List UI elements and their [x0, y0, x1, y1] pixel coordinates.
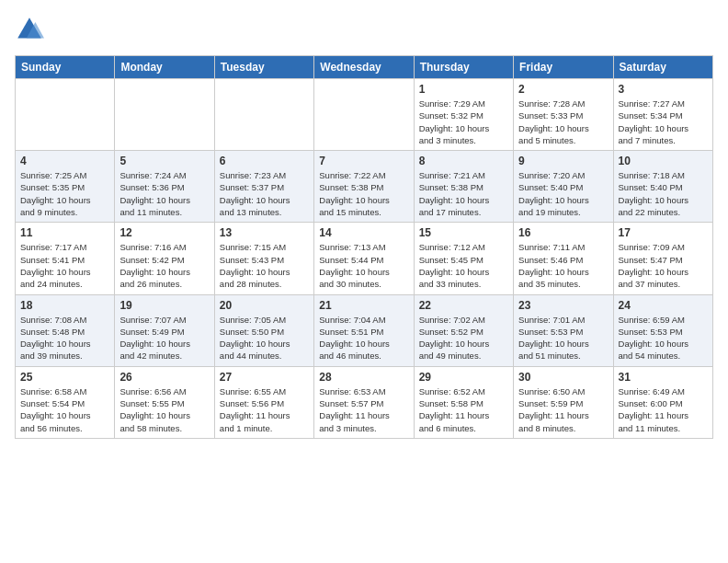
day-info: Sunrise: 7:22 AM Sunset: 5:38 PM Dayligh…: [319, 169, 408, 218]
day-number: 22: [419, 299, 508, 312]
calendar-cell: 12Sunrise: 7:16 AM Sunset: 5:42 PM Dayli…: [115, 223, 214, 294]
calendar-cell: 5Sunrise: 7:24 AM Sunset: 5:36 PM Daylig…: [115, 151, 214, 223]
calendar-cell: 20Sunrise: 7:05 AM Sunset: 5:50 PM Dayli…: [214, 294, 313, 366]
calendar-cell: 3Sunrise: 7:27 AM Sunset: 5:34 PM Daylig…: [613, 79, 712, 151]
calendar-week-row: 11Sunrise: 7:17 AM Sunset: 5:41 PM Dayli…: [16, 223, 713, 294]
day-number: 17: [619, 226, 708, 239]
weekday-header: Friday: [514, 56, 613, 79]
day-info: Sunrise: 7:16 AM Sunset: 5:42 PM Dayligh…: [119, 241, 209, 290]
day-info: Sunrise: 7:17 AM Sunset: 5:41 PM Dayligh…: [20, 241, 109, 290]
day-number: 14: [319, 226, 408, 239]
day-info: Sunrise: 6:55 AM Sunset: 5:56 PM Dayligh…: [220, 385, 309, 434]
calendar-cell: 4Sunrise: 7:25 AM Sunset: 5:35 PM Daylig…: [16, 151, 115, 223]
day-info: Sunrise: 6:56 AM Sunset: 5:55 PM Dayligh…: [119, 385, 209, 434]
weekday-header: Sunday: [16, 56, 115, 79]
calendar-cell: 14Sunrise: 7:13 AM Sunset: 5:44 PM Dayli…: [314, 223, 414, 294]
calendar-cell: 25Sunrise: 6:58 AM Sunset: 5:54 PM Dayli…: [16, 366, 115, 438]
day-number: 25: [20, 371, 109, 384]
day-number: 13: [220, 226, 309, 239]
day-number: 18: [20, 299, 109, 312]
day-number: 3: [619, 83, 708, 96]
day-info: Sunrise: 7:23 AM Sunset: 5:37 PM Dayligh…: [220, 169, 309, 218]
calendar-cell: 7Sunrise: 7:22 AM Sunset: 5:38 PM Daylig…: [314, 151, 414, 223]
day-info: Sunrise: 7:09 AM Sunset: 5:47 PM Dayligh…: [619, 241, 708, 290]
calendar-cell: 16Sunrise: 7:11 AM Sunset: 5:46 PM Dayli…: [514, 223, 613, 294]
calendar-cell: [16, 79, 115, 151]
day-number: 21: [319, 299, 408, 312]
day-number: 29: [419, 371, 508, 384]
day-info: Sunrise: 7:01 AM Sunset: 5:53 PM Dayligh…: [518, 314, 608, 362]
calendar-cell: 27Sunrise: 6:55 AM Sunset: 5:56 PM Dayli…: [214, 366, 313, 438]
day-number: 31: [619, 371, 708, 384]
calendar-week-row: 25Sunrise: 6:58 AM Sunset: 5:54 PM Dayli…: [16, 366, 713, 438]
calendar-cell: 24Sunrise: 6:59 AM Sunset: 5:53 PM Dayli…: [613, 294, 712, 366]
day-info: Sunrise: 6:53 AM Sunset: 5:57 PM Dayligh…: [319, 385, 408, 434]
day-number: 2: [518, 83, 608, 96]
calendar-cell: 30Sunrise: 6:50 AM Sunset: 5:59 PM Dayli…: [514, 366, 613, 438]
page-header: [15, 15, 713, 44]
calendar-cell: 13Sunrise: 7:15 AM Sunset: 5:43 PM Dayli…: [214, 223, 313, 294]
day-number: 16: [518, 226, 608, 239]
weekday-header-row: SundayMondayTuesdayWednesdayThursdayFrid…: [16, 56, 713, 79]
calendar-cell: 28Sunrise: 6:53 AM Sunset: 5:57 PM Dayli…: [314, 366, 414, 438]
weekday-header: Wednesday: [314, 56, 414, 79]
calendar-cell: [314, 79, 414, 151]
calendar-cell: 6Sunrise: 7:23 AM Sunset: 5:37 PM Daylig…: [214, 151, 313, 223]
day-info: Sunrise: 6:49 AM Sunset: 6:00 PM Dayligh…: [619, 385, 708, 434]
day-number: 23: [518, 299, 608, 312]
calendar-cell: 15Sunrise: 7:12 AM Sunset: 5:45 PM Dayli…: [414, 223, 513, 294]
day-number: 20: [220, 299, 309, 312]
day-number: 28: [319, 371, 408, 384]
day-number: 8: [419, 155, 508, 167]
day-info: Sunrise: 6:59 AM Sunset: 5:53 PM Dayligh…: [619, 314, 708, 362]
calendar-cell: 9Sunrise: 7:20 AM Sunset: 5:40 PM Daylig…: [514, 151, 613, 223]
day-info: Sunrise: 7:20 AM Sunset: 5:40 PM Dayligh…: [518, 169, 608, 218]
day-info: Sunrise: 7:07 AM Sunset: 5:49 PM Dayligh…: [119, 314, 209, 362]
logo-icon: [15, 15, 44, 44]
day-info: Sunrise: 7:04 AM Sunset: 5:51 PM Dayligh…: [319, 314, 408, 362]
day-info: Sunrise: 7:29 AM Sunset: 5:32 PM Dayligh…: [419, 98, 508, 146]
day-info: Sunrise: 7:18 AM Sunset: 5:40 PM Dayligh…: [619, 169, 708, 218]
calendar-cell: [115, 79, 214, 151]
calendar-cell: 1Sunrise: 7:29 AM Sunset: 5:32 PM Daylig…: [414, 79, 513, 151]
day-info: Sunrise: 7:13 AM Sunset: 5:44 PM Dayligh…: [319, 241, 408, 290]
day-number: 30: [518, 371, 608, 384]
calendar-cell: 31Sunrise: 6:49 AM Sunset: 6:00 PM Dayli…: [613, 366, 712, 438]
calendar-cell: 17Sunrise: 7:09 AM Sunset: 5:47 PM Dayli…: [613, 223, 712, 294]
calendar-week-row: 18Sunrise: 7:08 AM Sunset: 5:48 PM Dayli…: [16, 294, 713, 366]
day-number: 4: [20, 155, 109, 167]
day-number: 12: [119, 226, 209, 239]
day-number: 1: [419, 83, 508, 96]
calendar-cell: 29Sunrise: 6:52 AM Sunset: 5:58 PM Dayli…: [414, 366, 513, 438]
calendar-cell: 26Sunrise: 6:56 AM Sunset: 5:55 PM Dayli…: [115, 366, 214, 438]
calendar-cell: 22Sunrise: 7:02 AM Sunset: 5:52 PM Dayli…: [414, 294, 513, 366]
day-number: 27: [220, 371, 309, 384]
calendar-cell: 18Sunrise: 7:08 AM Sunset: 5:48 PM Dayli…: [16, 294, 115, 366]
day-number: 26: [119, 371, 209, 384]
day-info: Sunrise: 6:58 AM Sunset: 5:54 PM Dayligh…: [20, 385, 109, 434]
day-number: 6: [220, 155, 309, 167]
day-info: Sunrise: 7:21 AM Sunset: 5:38 PM Dayligh…: [419, 169, 508, 218]
calendar-cell: 2Sunrise: 7:28 AM Sunset: 5:33 PM Daylig…: [514, 79, 613, 151]
day-info: Sunrise: 7:08 AM Sunset: 5:48 PM Dayligh…: [20, 314, 109, 362]
day-info: Sunrise: 7:15 AM Sunset: 5:43 PM Dayligh…: [220, 241, 309, 290]
day-info: Sunrise: 7:25 AM Sunset: 5:35 PM Dayligh…: [20, 169, 109, 218]
day-number: 19: [119, 299, 209, 312]
day-number: 11: [20, 226, 109, 239]
logo: [15, 15, 48, 44]
day-number: 7: [319, 155, 408, 167]
calendar-cell: [214, 79, 313, 151]
calendar-cell: 11Sunrise: 7:17 AM Sunset: 5:41 PM Dayli…: [16, 223, 115, 294]
calendar-cell: 10Sunrise: 7:18 AM Sunset: 5:40 PM Dayli…: [613, 151, 712, 223]
day-info: Sunrise: 6:52 AM Sunset: 5:58 PM Dayligh…: [419, 385, 508, 434]
calendar-cell: 21Sunrise: 7:04 AM Sunset: 5:51 PM Dayli…: [314, 294, 414, 366]
day-info: Sunrise: 7:27 AM Sunset: 5:34 PM Dayligh…: [619, 98, 708, 146]
day-info: Sunrise: 7:24 AM Sunset: 5:36 PM Dayligh…: [119, 169, 209, 218]
calendar-week-row: 4Sunrise: 7:25 AM Sunset: 5:35 PM Daylig…: [16, 151, 713, 223]
day-number: 10: [619, 155, 708, 167]
day-info: Sunrise: 7:12 AM Sunset: 5:45 PM Dayligh…: [419, 241, 508, 290]
calendar-table: SundayMondayTuesdayWednesdayThursdayFrid…: [15, 55, 713, 439]
day-number: 24: [619, 299, 708, 312]
calendar-cell: 19Sunrise: 7:07 AM Sunset: 5:49 PM Dayli…: [115, 294, 214, 366]
day-info: Sunrise: 7:11 AM Sunset: 5:46 PM Dayligh…: [518, 241, 608, 290]
